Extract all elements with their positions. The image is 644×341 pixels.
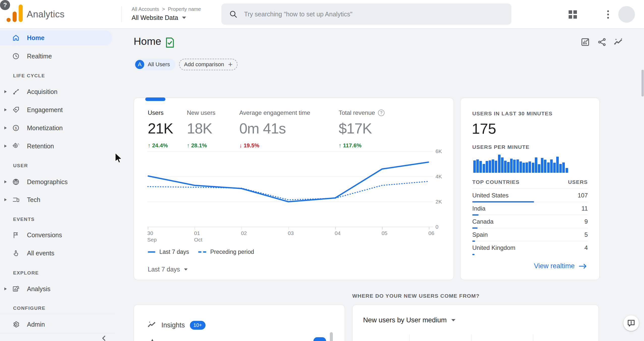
home-icon	[12, 34, 20, 42]
expand-arrow-icon[interactable]	[4, 198, 7, 201]
users-column-header: USERS	[568, 179, 588, 185]
countries-column-header: TOP COUNTRIES	[472, 179, 520, 185]
expand-arrow-icon[interactable]	[4, 180, 7, 184]
table-row[interactable]: India 11	[472, 202, 588, 215]
country-name: Canada	[472, 218, 493, 225]
expand-arrow-icon[interactable]	[4, 287, 7, 291]
minute-bar	[479, 161, 482, 173]
breadcrumb-account[interactable]: All Accounts	[132, 6, 159, 12]
sidebar-item-home[interactable]: Home	[0, 30, 112, 45]
avatar[interactable]	[618, 6, 635, 23]
sidebar-item-admin[interactable]: Admin	[0, 317, 112, 332]
view-realtime-link[interactable]: View realtime	[534, 262, 587, 270]
share-icon[interactable]	[597, 37, 607, 48]
all-users-chip[interactable]: A All Users	[134, 59, 175, 70]
minute-bar	[538, 164, 540, 173]
flag-icon	[12, 231, 20, 239]
insight-badge-partial	[313, 337, 326, 341]
sidebar-item-retention[interactable]: Retention	[0, 139, 112, 154]
sidebar-item-label: Admin	[27, 321, 45, 328]
minute-bar	[525, 162, 528, 173]
analytics-logo-icon	[13, 12, 17, 22]
breadcrumb-property[interactable]: Property name	[168, 6, 201, 12]
table-row[interactable]: Canada 9	[472, 215, 588, 228]
table-row[interactable]: United Kingdom 4	[472, 241, 588, 254]
acquisition-icon	[12, 88, 20, 95]
breadcrumb[interactable]: All Accounts > Property name	[132, 6, 202, 12]
insights-count-badge[interactable]: 10+	[190, 321, 206, 330]
sidebar-section-title: CONFIGURE	[13, 305, 45, 311]
minute-bar	[541, 158, 543, 173]
devices-icon	[12, 196, 20, 203]
insights-scrollbar[interactable]	[330, 332, 333, 341]
sidebar-item-label: Home	[27, 34, 44, 42]
collapse-sidebar-icon[interactable]	[100, 334, 108, 341]
add-comparison-button[interactable]: Add comparison +	[179, 59, 238, 70]
minute-bar	[510, 159, 513, 173]
minute-bar	[532, 163, 534, 173]
minute-bar	[562, 162, 565, 173]
minute-bar	[556, 157, 559, 173]
sidebar-item-demographics[interactable]: Demographics	[0, 174, 112, 189]
product-name: Analytics	[27, 9, 65, 20]
top-countries-table: TOP COUNTRIES USERS United States 107 In…	[472, 179, 588, 254]
sidebar-item-all-events[interactable]: All events	[0, 246, 112, 261]
insights-sparkle-icon[interactable]	[613, 37, 623, 48]
sidebar-item-realtime[interactable]: Realtime	[0, 49, 112, 64]
comparison-badge: A	[135, 60, 144, 69]
expand-arrow-icon[interactable]	[4, 108, 7, 112]
analytics-logo-icon	[19, 5, 23, 22]
expand-arrow-icon[interactable]	[4, 90, 7, 93]
sidebar-item-conversions[interactable]: Conversions	[0, 227, 112, 243]
y-axis-label: 4K	[435, 174, 442, 180]
search-bar[interactable]	[221, 4, 511, 25]
analytics-logo-icon	[7, 18, 11, 22]
sidebar-section-title: EXPLORE	[13, 270, 39, 276]
minute-bar	[553, 163, 556, 173]
table-row[interactable]: United States 107	[472, 189, 588, 202]
date-range-selector[interactable]: Last 7 days	[148, 266, 188, 273]
table-row[interactable]: Spain 5	[472, 228, 588, 241]
customize-report-icon[interactable]	[580, 37, 590, 48]
search-input[interactable]	[244, 11, 504, 18]
minute-bar	[550, 159, 553, 173]
help-icon[interactable]: ?	[0, 0, 10, 10]
users-30min-value: 175	[472, 120, 496, 137]
minute-bar	[516, 159, 519, 173]
sidebar-item-label: Demographics	[27, 178, 68, 186]
property-selector[interactable]: All Website Data	[132, 14, 186, 21]
sidebar-item-label: Engagement	[27, 106, 63, 114]
property-selector-label[interactable]: All Website Data	[132, 14, 178, 21]
feedback-button[interactable]	[623, 315, 639, 331]
country-users: 107	[578, 192, 588, 199]
dimension-selector-label: New users by User medium	[363, 316, 447, 324]
minute-bar	[486, 161, 488, 173]
new-users-dimension-selector[interactable]: New users by User medium	[363, 316, 455, 324]
page-scrollbar-thumb[interactable]	[641, 70, 644, 96]
all-users-label: All Users	[148, 61, 170, 68]
minute-bar	[566, 168, 568, 173]
sidebar-section-title: USER	[13, 163, 28, 168]
y-axis-label: 2K	[435, 199, 442, 205]
minute-bar	[501, 157, 504, 173]
apps-grid-icon[interactable]	[568, 10, 577, 19]
sidebar-item-acquisition[interactable]: Acquisition	[0, 84, 112, 99]
sidebar-item-label: Realtime	[27, 53, 52, 60]
engagement-icon	[12, 106, 20, 114]
users-per-minute-bars	[473, 155, 569, 173]
sidebar-item-monetization[interactable]: $ Monetization	[0, 120, 112, 135]
expand-arrow-icon[interactable]	[4, 144, 7, 148]
sidebar-nav: Home Realtime LIFE CYCLE Acquisition Eng…	[0, 28, 115, 341]
breadcrumb-separator: >	[162, 6, 165, 12]
sidebar-section-title: LIFE CYCLE	[13, 73, 45, 79]
sidebar-item-analysis[interactable]: Analysis	[0, 281, 112, 296]
expand-arrow-icon[interactable]	[4, 126, 7, 130]
sidebar-item-engagement[interactable]: Engagement	[0, 102, 112, 117]
sidebar-item-tech[interactable]: Tech	[0, 192, 112, 207]
country-name: Spain	[472, 231, 488, 238]
page-title: Home	[134, 36, 161, 47]
plus-icon: +	[228, 61, 233, 68]
sidebar-item-label: Retention	[27, 143, 54, 150]
users-per-minute-label: USERS PER MINUTE	[472, 144, 530, 150]
more-options-icon[interactable]	[603, 10, 613, 19]
